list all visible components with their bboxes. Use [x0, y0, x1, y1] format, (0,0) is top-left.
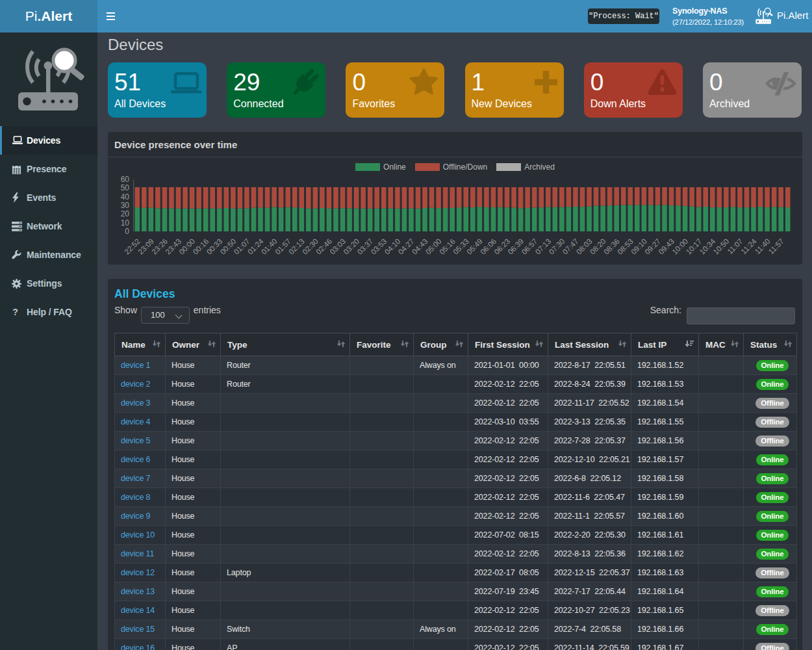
- svg-text:11:57: 11:57: [767, 237, 785, 255]
- svg-text:20: 20: [121, 209, 130, 218]
- svg-text:10:50: 10:50: [712, 237, 731, 256]
- svg-text:30: 30: [121, 201, 130, 210]
- svg-text:10: 10: [121, 218, 130, 228]
- svg-text:50: 50: [121, 183, 130, 192]
- svg-text:60: 60: [121, 175, 130, 184]
- svg-text:0: 0: [125, 227, 129, 236]
- svg-text:?: ?: [12, 307, 18, 317]
- svg-text:40: 40: [121, 192, 130, 202]
